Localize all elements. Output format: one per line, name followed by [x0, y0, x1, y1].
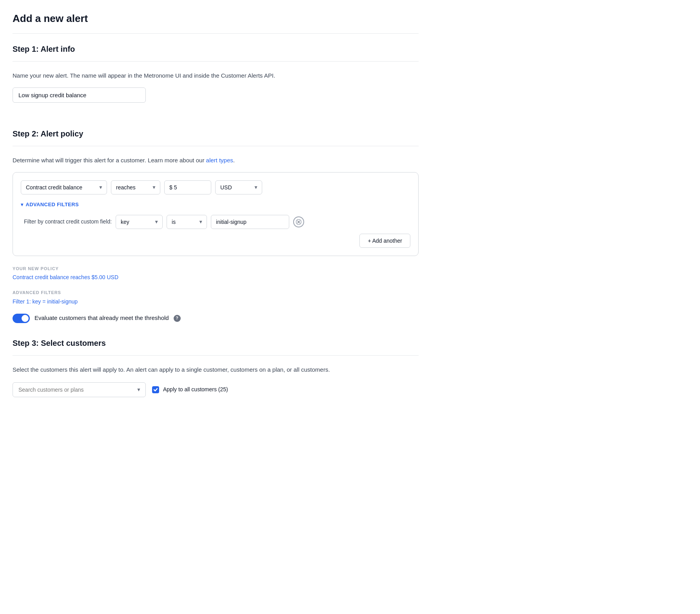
advanced-filters-toggle[interactable]: ▾ ADVANCED FILTERS	[21, 201, 410, 209]
step3-divider	[13, 355, 419, 356]
policy-summary-label: YOUR NEW POLICY	[13, 265, 419, 272]
step3-title: Step 3: Select customers	[13, 337, 419, 349]
apply-all-row: Apply to all customers (25)	[152, 385, 228, 394]
step1-section: Step 1: Alert info Name your new alert. …	[13, 43, 419, 115]
step2-title: Step 2: Alert policy	[13, 128, 419, 140]
step1-title: Step 1: Alert info	[13, 43, 419, 55]
close-icon	[296, 219, 301, 225]
step3-description: Select the customers this alert will app…	[13, 365, 419, 374]
filter-operator-select[interactable]: is is not contains	[167, 215, 207, 229]
filter-summary-value: Filter 1: key = initial-signup	[13, 298, 419, 306]
filter-label: Filter by contract credit custom field:	[24, 218, 112, 226]
remove-filter-button[interactable]	[293, 216, 304, 227]
apply-all-label: Apply to all customers (25)	[163, 385, 228, 394]
filter-value-input[interactable]	[211, 215, 289, 229]
filter-row: Filter by contract credit custom field: …	[21, 215, 410, 229]
step1-description: Name your new alert. The name will appea…	[13, 71, 419, 80]
policy-builder-box: Contract credit balance Spend threshold …	[13, 172, 419, 256]
page-title: Add a new alert	[13, 11, 419, 26]
amount-input[interactable]	[164, 180, 211, 194]
step3-section: Step 3: Select customers Select the cust…	[13, 337, 419, 397]
advanced-filters-summary-label: ADVANCED FILTERS	[13, 289, 419, 296]
search-wrapper: ▼	[13, 382, 146, 397]
title-divider	[13, 33, 419, 34]
step2-description: Determine what will trigger this alert f…	[13, 156, 419, 165]
alert-name-input[interactable]	[13, 87, 146, 103]
alert-types-link[interactable]: alert types	[206, 157, 233, 163]
currency-select-wrapper: USD EUR GBP ▼	[215, 180, 262, 194]
step1-divider	[13, 61, 419, 62]
help-icon[interactable]: ?	[174, 315, 181, 322]
toggle-thumb	[22, 315, 29, 322]
chevron-down-icon: ▾	[21, 201, 23, 208]
condition-select-wrapper: Contract credit balance Spend threshold …	[21, 180, 107, 194]
policy-summary-value: Contract credit balance reaches $5.00 US…	[13, 273, 419, 282]
customers-row: ▼ Apply to all customers (25)	[13, 382, 419, 397]
condition-row: Contract credit balance Spend threshold …	[21, 180, 410, 194]
search-input[interactable]	[13, 382, 146, 397]
evaluate-toggle[interactable]	[13, 314, 30, 323]
evaluate-text: Evaluate customers that already meet the…	[34, 314, 169, 323]
operator-select[interactable]: reaches drops below exceeds	[111, 180, 160, 194]
operator-select-wrapper: reaches drops below exceeds ▼	[111, 180, 160, 194]
advanced-filters-label: ADVANCED FILTERS	[25, 201, 79, 209]
add-another-button[interactable]: + Add another	[359, 234, 410, 248]
evaluate-row: Evaluate customers that already meet the…	[13, 314, 419, 323]
advanced-filters-summary: ADVANCED FILTERS Filter 1: key = initial…	[13, 289, 419, 306]
apply-all-checkbox[interactable]	[152, 386, 159, 393]
step2-section: Step 2: Alert policy Determine what will…	[13, 128, 419, 323]
policy-summary-section: YOUR NEW POLICY Contract credit balance …	[13, 265, 419, 282]
filter-key-select[interactable]: key type status	[116, 215, 163, 229]
checkmark-icon	[153, 387, 158, 392]
toggle-track	[13, 314, 30, 323]
step2-divider	[13, 146, 419, 146]
filter-operator-select-wrapper: is is not contains ▼	[167, 215, 207, 229]
filter-key-select-wrapper: key type status ▼	[116, 215, 163, 229]
add-another-row: + Add another	[21, 234, 410, 248]
condition-select[interactable]: Contract credit balance Spend threshold …	[21, 180, 107, 194]
currency-select[interactable]: USD EUR GBP	[215, 180, 262, 194]
